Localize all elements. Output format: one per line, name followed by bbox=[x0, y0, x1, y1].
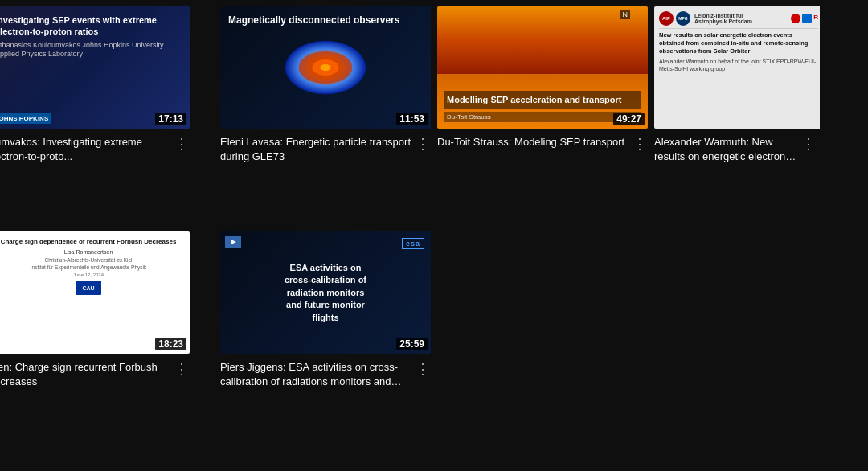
thumb-lisa-title: Charge sign dependence of recurrent Forb… bbox=[0, 238, 183, 246]
video-item-5[interactable]: Charge sign dependence of recurrent Forb… bbox=[0, 231, 193, 457]
thumb-title-2: Magnetically disconnected observers bbox=[228, 14, 423, 27]
thumbnail-1[interactable]: Investigating SEP events with extreme el… bbox=[0, 6, 190, 129]
duration-badge-1: 17:13 bbox=[155, 113, 186, 125]
more-options-button-3[interactable]: ⋮ bbox=[632, 135, 648, 153]
thumb-leibniz-title: New results on solar energetic electron … bbox=[659, 31, 818, 55]
video-info-1: loumvakos: Investigating extreme electro… bbox=[0, 129, 190, 164]
thumb-title-3: Modelling SEP acceleration and transport bbox=[444, 91, 641, 109]
duration-badge-3: 49:27 bbox=[613, 113, 645, 125]
thumbnail-6[interactable]: esa ▶ ESA activities on cross-calibratio… bbox=[220, 231, 431, 354]
svg-point-3 bbox=[320, 64, 330, 71]
video-item-1[interactable]: Investigating SEP events with extreme el… bbox=[0, 6, 193, 231]
video-item-6[interactable]: esa ▶ ESA activities on cross-calibratio… bbox=[217, 231, 434, 457]
video-title-6: Piers Jiggens: ESA activities on cross-c… bbox=[220, 360, 431, 389]
thumbnail-2[interactable]: Magnetically disconnected observers bbox=[220, 6, 431, 129]
video-title-1: loumvakos: Investigating extreme electro… bbox=[0, 135, 190, 164]
empty-slot-1 bbox=[434, 231, 651, 457]
thumb-lisa-name: Lisa Romaneertsen bbox=[0, 249, 183, 255]
video-title-3: Du-Toit Strauss: Modeling SEP transport bbox=[437, 135, 648, 149]
duration-badge-2: 11:53 bbox=[396, 113, 428, 125]
thumb-sub-3: Du-Toit Strauss bbox=[444, 112, 641, 122]
video-info-2: Eleni Lavasa: Energetic particle transpo… bbox=[220, 129, 431, 164]
video-title-2: Eleni Lavasa: Energetic particle transpo… bbox=[220, 135, 431, 164]
video-title-4: Alexander Warmuth: New results on energe… bbox=[654, 135, 817, 164]
thumb-leibniz-sub: Alexander Warmuth on behalf of the joint… bbox=[659, 58, 818, 72]
thumb-logo-1: JOHNS HOPKINS bbox=[0, 113, 51, 124]
video-grid: Investigating SEP events with extreme el… bbox=[0, 0, 868, 463]
video-info-3: Du-Toit Strauss: Modeling SEP transport … bbox=[437, 129, 648, 149]
cau-logo: CAU bbox=[76, 281, 101, 295]
thumb-lisa-date: June 12, 2024 bbox=[0, 272, 183, 277]
more-options-button-2[interactable]: ⋮ bbox=[415, 135, 431, 153]
thumb-esa-title: ESA activities on cross-calibration of r… bbox=[283, 262, 369, 324]
thumbnail-5[interactable]: Charge sign dependence of recurrent Forb… bbox=[0, 231, 190, 354]
thumb-sub-1: Athanasios Kouloumvakos Johns Hopkins Un… bbox=[0, 41, 182, 59]
thumbnail-4[interactable]: AIP MPG Leibniz-Institut fürAstrophysik … bbox=[654, 6, 820, 129]
video-info-6: Piers Jiggens: ESA activities on cross-c… bbox=[220, 354, 431, 389]
thumb-title-1: Investigating SEP events with extreme el… bbox=[0, 14, 182, 38]
thumb-lisa-org: Christian-Albrechts-Universität zu KielI… bbox=[0, 257, 183, 271]
more-options-button-6[interactable]: ⋮ bbox=[415, 360, 431, 378]
more-options-button-1[interactable]: ⋮ bbox=[174, 135, 190, 153]
video-item-2[interactable]: Magnetically disconnected observers bbox=[217, 6, 434, 231]
duration-badge-5: 18:23 bbox=[155, 338, 186, 350]
more-options-button-4[interactable]: ⋮ bbox=[800, 135, 817, 153]
more-options-button-5[interactable]: ⋮ bbox=[174, 360, 190, 378]
video-item-3[interactable]: Modelling SEP acceleration and transport… bbox=[434, 6, 651, 231]
thumbnail-3[interactable]: Modelling SEP acceleration and transport… bbox=[437, 6, 648, 129]
video-info-5: ssen: Charge sign recurrent Forbush Decr… bbox=[0, 354, 190, 389]
video-info-4: Alexander Warmuth: New results on energe… bbox=[654, 129, 817, 164]
duration-badge-6: 25:59 bbox=[396, 338, 428, 350]
video-item-4[interactable]: AIP MPG Leibniz-Institut fürAstrophysik … bbox=[651, 6, 820, 231]
video-title-5: ssen: Charge sign recurrent Forbush Decr… bbox=[0, 360, 190, 389]
empty-slot-2 bbox=[651, 231, 868, 457]
